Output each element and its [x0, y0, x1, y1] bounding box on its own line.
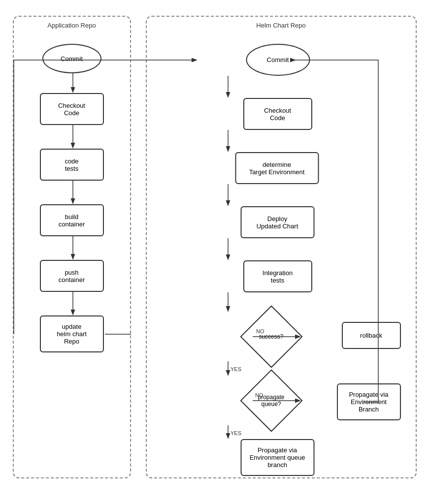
left-checkout: Checkout Code: [40, 93, 104, 125]
left-push: push container: [40, 260, 104, 292]
right-deploy: Deploy Updated Chart: [240, 206, 314, 238]
right-integration: Integration tests: [243, 260, 312, 292]
right-commit: Commit: [246, 44, 310, 76]
left-commit: Commit: [42, 44, 101, 73]
left-panel: Application Repo Commit Checkout Code co…: [13, 16, 131, 478]
svg-text:YES: YES: [231, 366, 241, 372]
right-prop-branch: Propagate via Environment Branch: [337, 383, 401, 420]
left-codetests: code tests: [40, 149, 104, 181]
diagram-container: Application Repo Commit Checkout Code co…: [5, 6, 424, 498]
right-success-diamond: [240, 305, 302, 368]
right-prop-queue: Propagate via Environment queue branch: [240, 439, 314, 476]
left-arrows: [14, 17, 130, 477]
right-panel-title: Helm Chart Repo: [256, 22, 305, 29]
right-rollback: rollback: [342, 322, 401, 349]
right-checkout: Checkout Code: [243, 98, 312, 130]
right-panel: Helm Chart Repo Commit Checkout Code det…: [146, 16, 417, 478]
left-update: update helm chart Repo: [40, 315, 104, 352]
right-determine: determine Target Environment: [235, 152, 319, 184]
right-propagateq-wrapper: propagate queue?: [247, 376, 296, 425]
svg-text:YES: YES: [231, 430, 241, 436]
left-build: build container: [40, 204, 104, 236]
left-panel-title: Application Repo: [47, 22, 96, 29]
right-propagateq-diamond: [240, 369, 302, 432]
right-success-wrapper: success?: [247, 312, 296, 361]
